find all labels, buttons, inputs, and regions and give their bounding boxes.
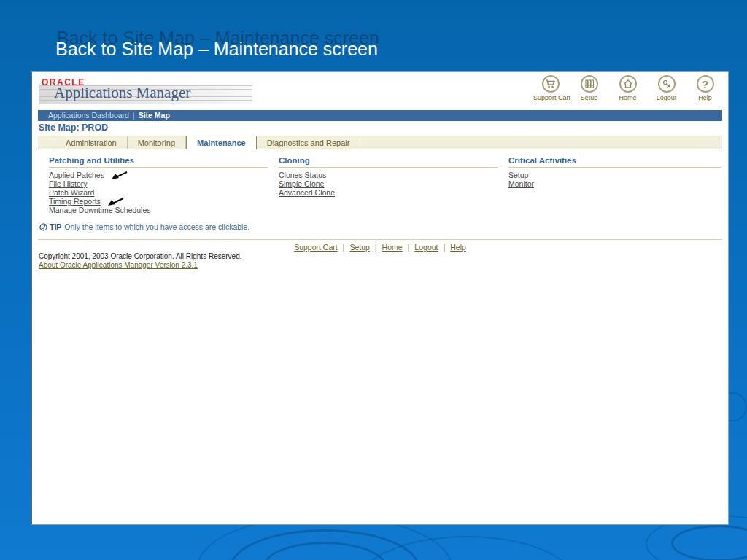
section-patching-and-utilities: Patching and Utilities Applied Patches F… [49, 156, 268, 214]
help-icon: ? [697, 75, 714, 93]
list-item: Timing Reports [49, 197, 268, 206]
footer-links: Support Cart|Setup|Home|Logout|Help [32, 243, 728, 252]
list-item: Simple Clone [279, 179, 498, 188]
tab-diagnostics-and-repair[interactable]: Diagnostics and Repair [257, 136, 361, 149]
link-applied-patches[interactable]: Applied Patches [49, 171, 104, 179]
link-setup[interactable]: Setup [508, 171, 528, 179]
tip-check-icon [39, 223, 47, 233]
annotation-arrow-icon [110, 171, 128, 182]
breadcrumb-separator: | [133, 111, 135, 120]
footer-divider [38, 239, 722, 240]
tab-maintenance[interactable]: Maintenance [186, 136, 257, 149]
global-nav-item-setup[interactable]: Setup [572, 75, 606, 101]
about-version-link[interactable]: About Oracle Applications Manager Versio… [39, 261, 198, 269]
section-title: Critical Activities [508, 156, 721, 168]
footer-link-logout[interactable]: Logout [414, 243, 438, 252]
footer-separator: | [343, 243, 345, 252]
breadcrumb-applications-dashboard[interactable]: Applications Dashboard [48, 111, 129, 120]
support-cart-icon [542, 75, 560, 93]
list-item: Patch Wizard [49, 188, 268, 197]
list-item: Clones Status [279, 171, 498, 179]
global-nav-item-help[interactable]: ? Help [688, 75, 722, 101]
tip-text: Only the items to which you have access … [64, 222, 249, 231]
setup-icon [581, 75, 598, 93]
breadcrumb-site-map: Site Map [139, 111, 170, 120]
help-icon-glyph: ? [702, 79, 708, 90]
list-item: Manage Downtime Schedules [49, 206, 268, 214]
footer-link-home[interactable]: Home [382, 243, 403, 252]
link-file-history[interactable]: File History [49, 179, 88, 188]
link-simple-clone[interactable]: Simple Clone [279, 179, 324, 188]
global-nav-label[interactable]: Setup [572, 94, 606, 101]
footer-link-help[interactable]: Help [450, 243, 466, 252]
footer-separator: | [375, 243, 377, 252]
link-patch-wizard[interactable]: Patch Wizard [49, 188, 94, 197]
logout-icon [658, 75, 676, 93]
global-nav: Support Cart Setup Home Logout [533, 75, 722, 101]
tip-label: TIP [50, 222, 61, 231]
tip-note: TIPOnly the items to which you have acce… [39, 222, 249, 233]
global-nav-label[interactable]: Help [688, 94, 722, 101]
link-manage-downtime-schedules[interactable]: Manage Downtime Schedules [49, 206, 151, 214]
section-cloning: Cloning Clones Status Simple Clone Advan… [279, 156, 498, 197]
breadcrumb: Applications Dashboard|Site Map [38, 110, 722, 121]
tab-bar-spacer [38, 136, 55, 149]
product-name: Applications Manager [54, 84, 190, 102]
global-nav-label[interactable]: Logout [649, 94, 684, 101]
link-advanced-clone[interactable]: Advanced Clone [279, 188, 335, 197]
global-nav-label[interactable]: Home [611, 94, 645, 101]
app-banner: ORACLE Applications Manager Support Cart… [32, 72, 728, 109]
list-item: File History [49, 179, 268, 188]
section-title: Patching and Utilities [49, 156, 268, 168]
section-title: Cloning [279, 156, 498, 168]
home-icon [619, 75, 637, 93]
footer-separator: | [443, 243, 445, 252]
global-nav-item-logout[interactable]: Logout [649, 75, 684, 101]
global-nav-item-support-cart[interactable]: Support Cart [533, 75, 568, 101]
link-timing-reports[interactable]: Timing Reports [49, 197, 101, 206]
link-clones-status[interactable]: Clones Status [279, 171, 326, 179]
slide-title: Back to Site Map – Maintenance screen Ba… [55, 39, 378, 60]
list-item: Advanced Clone [279, 188, 498, 197]
footer-link-setup[interactable]: Setup [349, 243, 369, 252]
list-item: Monitor [508, 179, 721, 188]
section-critical-activities: Critical Activities Setup Monitor [508, 156, 721, 188]
page-title: Site Map: PROD [39, 122, 108, 133]
tab-administration[interactable]: Administration [55, 136, 128, 149]
app-window: ORACLE Applications Manager Support Cart… [31, 71, 729, 525]
global-nav-label[interactable]: Support Cart [533, 94, 568, 101]
global-nav-item-home[interactable]: Home [611, 75, 645, 101]
list-item: Setup [508, 171, 721, 179]
list-item: Applied Patches [49, 171, 268, 179]
tab-bar: Administration Monitoring Maintenance Di… [38, 136, 722, 149]
slide-title-text: Back to Site Map – Maintenance screen [55, 39, 378, 59]
footer-link-support-cart[interactable]: Support Cart [294, 243, 338, 252]
tab-bar-filler [360, 136, 722, 149]
tab-monitoring[interactable]: Monitoring [128, 136, 186, 149]
copyright-text: Copyright 2001, 2003 Oracle Corporation.… [39, 252, 241, 260]
link-monitor[interactable]: Monitor [508, 179, 534, 188]
footer-separator: | [408, 243, 410, 252]
